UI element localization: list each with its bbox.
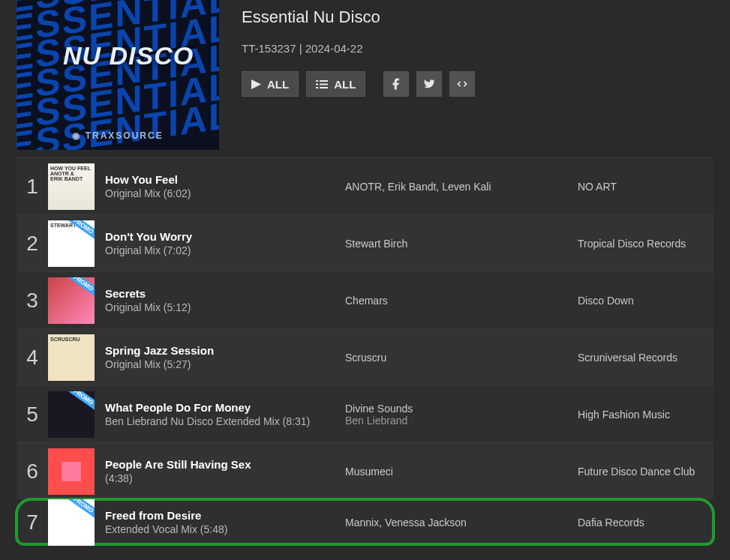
track-list: 1 HOW YOU FEELANOTR &ERIK BANDT How You … [0, 157, 730, 544]
track-rank: 1 [17, 175, 48, 199]
track-mix: Original Mix (5:27) [105, 358, 338, 370]
track-artist[interactable]: Scruscru [345, 352, 578, 364]
track-label[interactable]: Dafia Records [578, 517, 713, 529]
track-info: How You Feel Original Mix (6:02) [105, 173, 345, 199]
track-artwork[interactable]: SCRUSCRU [48, 334, 95, 381]
track-artist-main: Mannix, Venessa Jackson [345, 517, 467, 529]
track-row[interactable]: 1 HOW YOU FEELANOTR &ERIK BANDT How You … [17, 157, 713, 214]
track-label[interactable]: NO ART [578, 181, 713, 193]
track-info: Spring Jazz Session Original Mix (5:27) [105, 344, 345, 370]
track-artist-main: Divine Sounds [345, 403, 413, 415]
track-rank: 4 [17, 346, 48, 370]
track-artwork[interactable]: STEWART PROMO [48, 220, 95, 267]
release-cover-art[interactable]: ESSENTIALESSENTIALESSENTIALESSENTIALESSE… [17, 0, 219, 150]
svg-rect-3 [320, 83, 328, 85]
promo-badge: PROMO [65, 277, 95, 298]
track-artist[interactable]: Mannix, Venessa Jackson [345, 517, 578, 529]
twitter-icon [422, 77, 436, 91]
svg-rect-5 [320, 87, 328, 88]
play-all-button[interactable]: ALL [242, 71, 299, 97]
track-label[interactable]: Future Disco Dance Club [578, 466, 713, 478]
queue-all-label: ALL [334, 78, 356, 91]
track-artwork[interactable]: PROMO [48, 499, 95, 546]
track-label[interactable]: Disco Down [578, 295, 713, 307]
track-label[interactable]: High Fashion Music [578, 409, 713, 421]
track-rank: 6 [17, 460, 48, 484]
release-title: Essential Nu Disco [242, 7, 475, 27]
artwork-text: HOW YOU FEELANOTR &ERIK BANDT [50, 166, 91, 181]
track-title[interactable]: What People Do For Money [105, 401, 338, 414]
track-row[interactable]: 6 People Are Still Having Sex (4:38) Mus… [17, 442, 713, 499]
track-artist[interactable]: Stewart Birch [345, 238, 578, 250]
action-row: ALL ALL [242, 71, 475, 97]
track-info: Don't You Worry Original Mix (7:02) [105, 230, 345, 256]
track-artist[interactable]: ANOTR, Erik Bandt, Leven Kali [345, 181, 578, 193]
track-artwork[interactable]: PROMO [48, 391, 95, 438]
track-mix: Extended Vocal Mix (5:48) [105, 523, 338, 535]
track-artwork[interactable]: HOW YOU FEELANOTR &ERIK BANDT [48, 163, 95, 210]
cover-main-text: NU DISCO [63, 41, 194, 70]
track-row[interactable]: 3 PROMO Secrets Original Mix (5:12) Chem… [17, 271, 713, 328]
track-rank: 3 [17, 289, 48, 313]
svg-rect-2 [316, 83, 318, 85]
play-all-label: ALL [267, 78, 289, 91]
svg-rect-0 [316, 80, 318, 82]
play-icon [251, 79, 261, 89]
track-mix: Original Mix (5:12) [105, 301, 338, 313]
track-mix: Original Mix (7:02) [105, 244, 338, 256]
track-rank: 5 [17, 403, 48, 427]
track-row[interactable]: 2 STEWART PROMO Don't You Worry Original… [17, 214, 713, 271]
release-catalog-date: TT-153237 | 2024-04-22 [242, 42, 475, 55]
track-artist-main: Scruscru [345, 352, 386, 364]
track-artist-sub: Ben Liebrand [345, 415, 578, 427]
promo-badge: PROMO [65, 391, 95, 412]
track-row[interactable]: 7 PROMO Freed from Desire Extended Vocal… [17, 499, 713, 544]
release-meta: Essential Nu Disco TT-153237 | 2024-04-2… [242, 0, 475, 150]
share-facebook-button[interactable] [383, 71, 409, 97]
track-label[interactable]: Scruniversal Records [578, 352, 713, 364]
track-row[interactable]: 5 PROMO What People Do For Money Ben Lie… [17, 385, 713, 442]
track-artist-main: Chemars [345, 295, 388, 307]
track-title[interactable]: Don't You Worry [105, 230, 338, 243]
track-label[interactable]: Tropical Disco Records [578, 238, 713, 250]
track-info: Freed from Desire Extended Vocal Mix (5:… [105, 509, 345, 535]
cover-bg-text: ESSENTIALESSENTIALESSENTIALESSENTIALESSE… [17, 0, 219, 150]
track-artist-main: Musumeci [345, 466, 393, 478]
cover-brand-text: TRAXSOURCE [86, 130, 164, 141]
queue-icon [316, 79, 328, 89]
track-artist[interactable]: Chemars [345, 295, 578, 307]
track-mix: Ben Liebrand Nu Disco Extended Mix (8:31… [105, 415, 338, 427]
track-artwork[interactable]: PROMO [48, 277, 95, 324]
embed-button[interactable] [449, 71, 475, 97]
track-artist-main: Stewart Birch [345, 238, 407, 250]
track-artist[interactable]: Divine Sounds Ben Liebrand [345, 403, 578, 427]
track-artist[interactable]: Musumeci [345, 466, 578, 478]
track-title[interactable]: Freed from Desire [105, 509, 338, 522]
cover-brand: ◉ TRAXSOURCE [17, 130, 219, 141]
track-title[interactable]: People Are Still Having Sex [105, 458, 338, 471]
track-title[interactable]: Secrets [105, 287, 338, 300]
facebook-icon [389, 77, 403, 91]
release-header: ESSENTIALESSENTIALESSENTIALESSENTIALESSE… [0, 0, 730, 157]
svg-rect-1 [320, 80, 328, 82]
code-icon [455, 77, 469, 91]
artwork-text: SCRUSCRU [50, 337, 80, 342]
track-rank: 7 [17, 511, 48, 535]
track-info: What People Do For Money Ben Liebrand Nu… [105, 401, 345, 427]
track-mix: Original Mix (6:02) [105, 187, 338, 199]
share-twitter-button[interactable] [416, 71, 442, 97]
track-row[interactable]: 4 SCRUSCRU Spring Jazz Session Original … [17, 328, 713, 385]
track-rank: 2 [17, 232, 48, 256]
track-artist-main: ANOTR, Erik Bandt, Leven Kali [345, 181, 491, 193]
track-info: Secrets Original Mix (5:12) [105, 287, 345, 313]
svg-rect-4 [316, 87, 318, 88]
track-title[interactable]: Spring Jazz Session [105, 344, 338, 357]
track-title[interactable]: How You Feel [105, 173, 338, 186]
track-info: People Are Still Having Sex (4:38) [105, 458, 345, 484]
track-mix: (4:38) [105, 472, 338, 484]
track-artwork[interactable] [48, 448, 95, 495]
promo-badge: PROMO [65, 499, 95, 520]
queue-all-button[interactable]: ALL [306, 71, 365, 97]
